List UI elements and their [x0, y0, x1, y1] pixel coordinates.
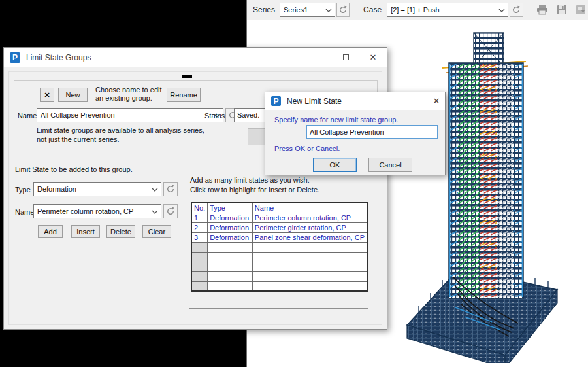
refresh-icon [338, 5, 348, 14]
table-cell[interactable]: Deformation [208, 232, 253, 242]
table-cell[interactable]: 3 [191, 232, 208, 242]
case-label: Case [363, 5, 382, 14]
dialog-title: Limit State Groups [26, 53, 91, 62]
close-button[interactable]: ✕ [363, 48, 383, 67]
table-cell[interactable]: 2 [191, 222, 208, 232]
type-refresh-button[interactable] [163, 182, 178, 196]
screen: Series Series1 Case [2] = [1] + Push [0, 0, 588, 367]
series-dropdown[interactable]: Series1 [280, 3, 335, 17]
table-row[interactable] [191, 271, 367, 281]
close-icon: ✕ [370, 52, 377, 62]
table-hint-line1: Add as many limit states as you wish. [190, 176, 310, 184]
add-section-heading: Limit State to be added to this group. [15, 166, 133, 173]
table-cell[interactable] [191, 252, 208, 262]
type-label: Type [15, 186, 31, 194]
case-dropdown[interactable]: [2] = [1] + Push [387, 3, 508, 17]
x-icon: ✕ [44, 91, 50, 99]
table-cell[interactable]: Deformation [208, 222, 253, 232]
type-dropdown[interactable]: Deformation [33, 182, 161, 196]
new-limit-state-input[interactable]: All Collapse Prevention [306, 125, 438, 139]
note-line1: Limit state groups are available to all … [37, 126, 204, 134]
series-refresh-button[interactable] [336, 3, 350, 17]
col-header-no: No. [191, 203, 208, 213]
app-logo-icon: P [271, 96, 281, 106]
table-cell[interactable]: 1 [191, 213, 208, 222]
table-row[interactable]: 1DeformationPerimeter column rotation, C… [191, 213, 367, 222]
print-button[interactable] [535, 3, 550, 17]
col-header-type: Type [208, 203, 253, 213]
table-cell[interactable] [208, 252, 253, 262]
rename-button[interactable]: Rename [167, 88, 201, 102]
clear-button[interactable]: Clear [142, 225, 171, 238]
modal-prompt: Specify name for new limit state group. [274, 116, 399, 124]
text-caret [385, 128, 385, 136]
lsg-titlebar[interactable]: P Limit State Groups – ✕ [4, 48, 387, 67]
chevron-down-icon [152, 188, 158, 192]
group-name-label: Name [18, 112, 37, 120]
col-header-name: Name [252, 203, 367, 213]
table-row[interactable] [191, 242, 367, 252]
table-cell[interactable] [252, 281, 367, 291]
table-cell[interactable]: Perimeter girder rotation, CP [252, 222, 367, 232]
ls-name-label: Name [15, 208, 34, 216]
capture-button[interactable] [574, 3, 588, 17]
input-text: All Collapse Prevention [310, 128, 384, 136]
table-cell[interactable] [191, 281, 208, 291]
case-refresh-button[interactable] [510, 3, 523, 17]
refresh-icon [512, 5, 521, 14]
limit-state-groups-dialog: P Limit State Groups – ✕ ✕ New Choose na… [3, 47, 387, 330]
insert-button[interactable]: Insert [71, 225, 100, 238]
table-header-row: No. Type Name [191, 203, 367, 213]
table-cell[interactable] [252, 242, 367, 252]
table-cell[interactable] [208, 262, 253, 271]
case-value: [2] = [1] + Push [391, 6, 440, 14]
modal-close-button[interactable]: ✕ [427, 92, 446, 109]
chevron-down-icon [498, 9, 505, 12]
nls-titlebar[interactable]: P New Limit State ✕ [265, 92, 445, 110]
limit-state-table[interactable]: No. Type Name 1DeformationPerimeter colu… [191, 202, 368, 292]
note-line2: not just the current series. [37, 135, 120, 143]
table-cell[interactable] [208, 242, 253, 252]
top-toolbar: Series Series1 Case [2] = [1] + Push [247, 0, 588, 20]
ls-name-dropdown[interactable]: Perimeter column rotation, CP [33, 204, 161, 218]
minimize-button[interactable]: – [308, 48, 327, 67]
close-icon: ✕ [433, 96, 440, 106]
table-cell[interactable] [252, 262, 367, 271]
table-cell[interactable] [252, 252, 367, 262]
table-cell[interactable]: Deformation [208, 213, 253, 222]
table-row[interactable] [191, 262, 367, 271]
table-cell[interactable] [191, 262, 208, 271]
save-button[interactable] [554, 3, 569, 17]
table-hint-line2: Click row to highlight for Insert or Del… [190, 186, 319, 194]
status-label: Status [204, 112, 225, 120]
delete-group-button[interactable]: ✕ [40, 88, 54, 102]
add-button[interactable]: Add [38, 225, 63, 238]
refresh-icon [166, 207, 175, 216]
printer-icon [536, 5, 548, 15]
cancel-button[interactable]: Cancel [368, 158, 412, 172]
maximize-button[interactable] [336, 48, 355, 67]
table-cell[interactable]: Panel zone shear deformation, CP [252, 232, 367, 242]
new-group-button[interactable]: New [58, 88, 88, 102]
table-row[interactable]: 2DeformationPerimeter girder rotation, C… [191, 222, 367, 232]
minimize-icon: – [315, 52, 319, 62]
modal-instruction: Press OK or Cancel. [274, 145, 340, 152]
table-cell[interactable] [208, 281, 253, 291]
chevron-down-icon [152, 210, 158, 214]
maximize-icon [343, 54, 349, 60]
table-cell[interactable]: Perimeter column rotation, CP [252, 213, 367, 222]
table-cell[interactable] [208, 271, 253, 281]
ok-button[interactable]: OK [313, 158, 357, 172]
delete-button[interactable]: Delete [106, 225, 135, 238]
limit-state-table-body: 1DeformationPerimeter column rotation, C… [191, 213, 367, 291]
table-row[interactable]: 3DeformationPanel zone shear deformation… [191, 232, 367, 242]
capture-icon [576, 5, 586, 15]
table-cell[interactable] [191, 242, 208, 252]
table-row[interactable] [191, 281, 367, 291]
group-name-dropdown[interactable]: All Collapse Prevention [37, 108, 223, 122]
table-cell[interactable] [252, 271, 367, 281]
table-row[interactable] [191, 252, 367, 262]
model-3d-drawing [393, 26, 588, 363]
table-cell[interactable] [191, 271, 208, 281]
ls-name-refresh-button[interactable] [163, 204, 178, 218]
